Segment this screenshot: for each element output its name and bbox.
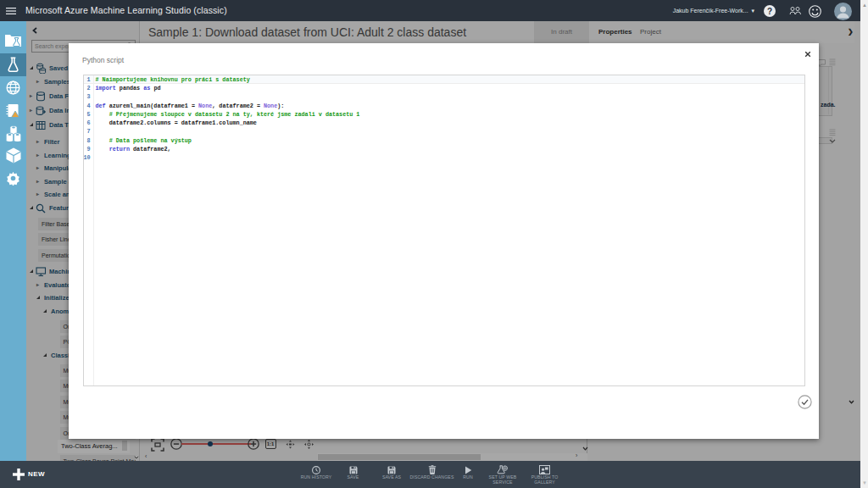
svg-text:?: ? (767, 7, 772, 16)
